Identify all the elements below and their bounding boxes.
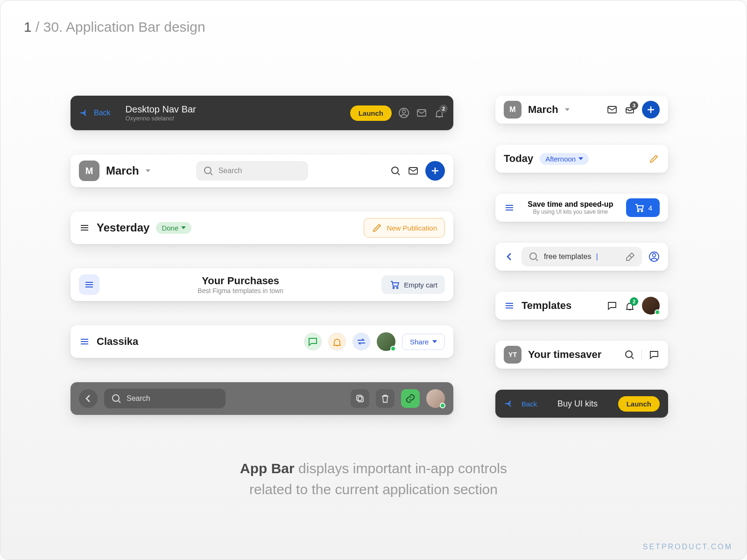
chip-label: Afternoon (545, 155, 576, 163)
add-button[interactable] (642, 101, 660, 119)
chevron-down-icon[interactable] (565, 108, 570, 111)
appbar-title: Classika (97, 336, 138, 348)
bell-icon[interactable]: 2 (434, 107, 445, 119)
launch-button[interactable]: Launch (618, 396, 660, 412)
svg-rect-9 (358, 397, 363, 402)
cart-icon (389, 279, 400, 290)
appbar-title: Your Purchases (106, 275, 375, 287)
new-publication-button[interactable]: New Publication (364, 218, 445, 238)
appbar-subtitle: By using UI kits you save time (521, 209, 620, 215)
eraser-icon[interactable] (624, 251, 635, 262)
menu-icon[interactable] (504, 202, 515, 213)
bell-badge: 2 (630, 297, 638, 306)
presence-dot (440, 403, 445, 408)
appbar-title: Desktop Nav Bar (126, 104, 196, 115)
chat-button[interactable] (304, 333, 322, 350)
search-icon[interactable] (390, 165, 401, 176)
search-input[interactable]: free templates| (521, 247, 642, 266)
search-input[interactable]: Search (104, 389, 226, 408)
svg-point-4 (392, 167, 398, 174)
chat-icon (307, 336, 318, 347)
caption-rest-1: displays important in-app controls (295, 461, 507, 476)
search-icon[interactable] (624, 349, 635, 360)
search-input[interactable]: Search (196, 161, 308, 181)
appbar-yesterday: Yesterday Done New Publication (70, 211, 453, 244)
mail-icon[interactable] (416, 107, 427, 119)
menu-icon[interactable] (79, 336, 90, 347)
appbar-toolbar: Search (70, 382, 453, 415)
empty-cart-button[interactable]: Empty cart (381, 275, 445, 294)
button-label: Share (410, 338, 429, 346)
inbox-badge: 3 (630, 101, 638, 110)
svg-rect-10 (357, 395, 362, 400)
delete-button[interactable] (376, 389, 395, 408)
button-label: New Publication (387, 224, 437, 232)
menu-icon[interactable] (504, 300, 515, 311)
back-label[interactable]: Back (521, 400, 537, 408)
inbox-icon[interactable]: 3 (624, 104, 635, 115)
svg-point-0 (402, 110, 406, 113)
add-button[interactable] (425, 161, 445, 181)
logo-letter: M (509, 105, 515, 114)
svg-point-6 (393, 287, 395, 289)
arrow-left-icon[interactable] (504, 398, 515, 409)
swap-button[interactable] (352, 333, 370, 350)
avatar[interactable] (377, 332, 395, 351)
caption: App Bar displays important in-app contro… (0, 458, 747, 500)
caption-rest-2: related to the current application secti… (249, 482, 498, 497)
appbar-subtitle: Best Figma templates in town (106, 287, 375, 294)
logo-letter: YT (508, 351, 517, 358)
page-header: 1 / 30. Application Bar design (24, 19, 723, 35)
user-icon[interactable] (648, 251, 660, 262)
mail-icon[interactable] (606, 104, 618, 115)
plus-icon (645, 104, 656, 115)
page-title: Application Bar design (66, 19, 205, 35)
svg-point-16 (653, 254, 656, 257)
appbar-march: M March Search (70, 154, 453, 187)
appbar-mini-march: M March 3 (495, 96, 668, 124)
chevron-down-icon[interactable] (146, 169, 150, 172)
logo-letter: M (85, 166, 93, 176)
chat-icon[interactable] (648, 349, 660, 360)
copy-icon (354, 393, 366, 404)
chevron-left-icon[interactable] (504, 251, 515, 262)
copy-button[interactable] (351, 389, 369, 408)
bell-icon[interactable]: 2 (624, 300, 635, 311)
appbar-title: March (528, 104, 558, 116)
cart-icon (634, 202, 645, 213)
cart-count: 4 (648, 204, 652, 212)
avatar[interactable] (426, 389, 445, 408)
time-chip[interactable]: Afternoon (540, 153, 589, 165)
logo-badge: M (504, 101, 521, 119)
launch-button[interactable]: Launch (350, 105, 392, 121)
launch-label: Launch (359, 109, 383, 117)
appbar-timesaver: YT Your timesaver (495, 341, 668, 369)
share-button[interactable]: Share (402, 334, 445, 350)
status-chip[interactable]: Done (156, 222, 191, 234)
appbar-title: Templates (521, 300, 571, 312)
link-icon (405, 393, 416, 404)
user-icon[interactable] (398, 107, 409, 119)
link-button[interactable] (401, 389, 420, 408)
svg-point-7 (397, 287, 398, 289)
avatar[interactable] (642, 297, 660, 315)
cart-button[interactable]: 4 (626, 198, 660, 217)
svg-point-18 (626, 351, 632, 357)
chevron-down-icon (181, 226, 186, 229)
presence-dot (655, 309, 660, 315)
menu-icon[interactable] (79, 222, 90, 233)
search-icon (528, 251, 539, 262)
pencil-icon[interactable] (648, 153, 660, 164)
chevron-down-icon (432, 340, 437, 343)
back-button[interactable] (79, 389, 98, 408)
chat-icon[interactable] (606, 300, 618, 311)
chip-label: Done (162, 224, 178, 232)
watermark: SETPRODUCT.COM (643, 543, 733, 551)
menu-button[interactable] (79, 274, 99, 295)
chevron-down-icon (578, 157, 583, 160)
appbar-buy-kits: Back Buy UI kits Launch (495, 390, 668, 418)
bell-button[interactable] (328, 333, 346, 350)
back-button[interactable]: Back (79, 107, 111, 119)
mail-icon[interactable] (408, 165, 419, 176)
bell-icon (331, 336, 343, 347)
